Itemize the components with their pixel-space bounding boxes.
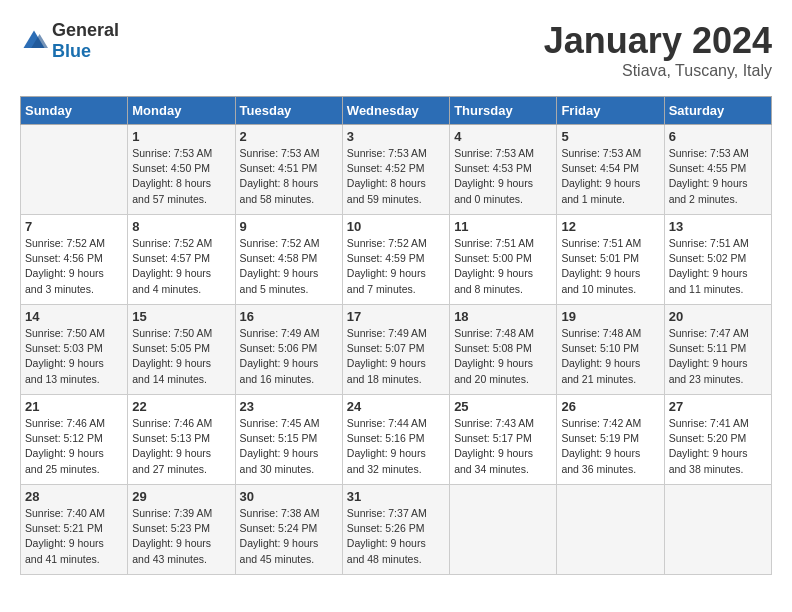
header-row: SundayMondayTuesdayWednesdayThursdayFrid… (21, 97, 772, 125)
day-info: Sunrise: 7:42 AMSunset: 5:19 PMDaylight:… (561, 416, 659, 477)
day-number: 19 (561, 309, 659, 324)
day-cell: 28Sunrise: 7:40 AMSunset: 5:21 PMDayligh… (21, 485, 128, 575)
day-info: Sunrise: 7:50 AMSunset: 5:03 PMDaylight:… (25, 326, 123, 387)
day-cell: 6Sunrise: 7:53 AMSunset: 4:55 PMDaylight… (664, 125, 771, 215)
day-info: Sunrise: 7:53 AMSunset: 4:52 PMDaylight:… (347, 146, 445, 207)
day-cell: 26Sunrise: 7:42 AMSunset: 5:19 PMDayligh… (557, 395, 664, 485)
day-cell: 16Sunrise: 7:49 AMSunset: 5:06 PMDayligh… (235, 305, 342, 395)
day-number: 6 (669, 129, 767, 144)
day-number: 18 (454, 309, 552, 324)
header: General Blue January 2024 Stiava, Tuscan… (20, 20, 772, 80)
day-number: 22 (132, 399, 230, 414)
week-row-3: 21Sunrise: 7:46 AMSunset: 5:12 PMDayligh… (21, 395, 772, 485)
day-info: Sunrise: 7:37 AMSunset: 5:26 PMDaylight:… (347, 506, 445, 567)
day-info: Sunrise: 7:41 AMSunset: 5:20 PMDaylight:… (669, 416, 767, 477)
day-cell: 23Sunrise: 7:45 AMSunset: 5:15 PMDayligh… (235, 395, 342, 485)
day-number: 13 (669, 219, 767, 234)
day-cell: 31Sunrise: 7:37 AMSunset: 5:26 PMDayligh… (342, 485, 449, 575)
day-cell: 10Sunrise: 7:52 AMSunset: 4:59 PMDayligh… (342, 215, 449, 305)
day-info: Sunrise: 7:53 AMSunset: 4:50 PMDaylight:… (132, 146, 230, 207)
day-number: 31 (347, 489, 445, 504)
logo-blue: Blue (52, 41, 91, 61)
day-number: 5 (561, 129, 659, 144)
day-info: Sunrise: 7:53 AMSunset: 4:53 PMDaylight:… (454, 146, 552, 207)
day-number: 10 (347, 219, 445, 234)
day-cell: 9Sunrise: 7:52 AMSunset: 4:58 PMDaylight… (235, 215, 342, 305)
day-info: Sunrise: 7:51 AMSunset: 5:01 PMDaylight:… (561, 236, 659, 297)
header-tuesday: Tuesday (235, 97, 342, 125)
day-cell: 8Sunrise: 7:52 AMSunset: 4:57 PMDaylight… (128, 215, 235, 305)
header-saturday: Saturday (664, 97, 771, 125)
calendar-table: SundayMondayTuesdayWednesdayThursdayFrid… (20, 96, 772, 575)
day-info: Sunrise: 7:48 AMSunset: 5:08 PMDaylight:… (454, 326, 552, 387)
day-cell: 19Sunrise: 7:48 AMSunset: 5:10 PMDayligh… (557, 305, 664, 395)
day-number: 12 (561, 219, 659, 234)
day-info: Sunrise: 7:52 AMSunset: 4:57 PMDaylight:… (132, 236, 230, 297)
week-row-0: 1Sunrise: 7:53 AMSunset: 4:50 PMDaylight… (21, 125, 772, 215)
day-info: Sunrise: 7:52 AMSunset: 4:56 PMDaylight:… (25, 236, 123, 297)
logo-general: General (52, 20, 119, 40)
day-number: 24 (347, 399, 445, 414)
day-number: 20 (669, 309, 767, 324)
day-number: 8 (132, 219, 230, 234)
day-number: 14 (25, 309, 123, 324)
day-info: Sunrise: 7:46 AMSunset: 5:13 PMDaylight:… (132, 416, 230, 477)
day-cell: 27Sunrise: 7:41 AMSunset: 5:20 PMDayligh… (664, 395, 771, 485)
day-cell (557, 485, 664, 575)
day-number: 7 (25, 219, 123, 234)
day-cell (664, 485, 771, 575)
logo-icon (20, 27, 48, 55)
day-info: Sunrise: 7:53 AMSunset: 4:51 PMDaylight:… (240, 146, 338, 207)
day-number: 1 (132, 129, 230, 144)
day-cell (21, 125, 128, 215)
day-info: Sunrise: 7:52 AMSunset: 4:58 PMDaylight:… (240, 236, 338, 297)
header-monday: Monday (128, 97, 235, 125)
day-info: Sunrise: 7:40 AMSunset: 5:21 PMDaylight:… (25, 506, 123, 567)
day-number: 25 (454, 399, 552, 414)
day-cell: 17Sunrise: 7:49 AMSunset: 5:07 PMDayligh… (342, 305, 449, 395)
day-cell: 30Sunrise: 7:38 AMSunset: 5:24 PMDayligh… (235, 485, 342, 575)
day-number: 11 (454, 219, 552, 234)
day-info: Sunrise: 7:51 AMSunset: 5:00 PMDaylight:… (454, 236, 552, 297)
day-info: Sunrise: 7:50 AMSunset: 5:05 PMDaylight:… (132, 326, 230, 387)
day-cell: 3Sunrise: 7:53 AMSunset: 4:52 PMDaylight… (342, 125, 449, 215)
day-number: 4 (454, 129, 552, 144)
day-info: Sunrise: 7:53 AMSunset: 4:54 PMDaylight:… (561, 146, 659, 207)
header-sunday: Sunday (21, 97, 128, 125)
week-row-2: 14Sunrise: 7:50 AMSunset: 5:03 PMDayligh… (21, 305, 772, 395)
day-cell: 7Sunrise: 7:52 AMSunset: 4:56 PMDaylight… (21, 215, 128, 305)
calendar-subtitle: Stiava, Tuscany, Italy (544, 62, 772, 80)
day-number: 2 (240, 129, 338, 144)
day-number: 21 (25, 399, 123, 414)
day-number: 29 (132, 489, 230, 504)
day-cell: 14Sunrise: 7:50 AMSunset: 5:03 PMDayligh… (21, 305, 128, 395)
day-cell (450, 485, 557, 575)
day-info: Sunrise: 7:38 AMSunset: 5:24 PMDaylight:… (240, 506, 338, 567)
logo: General Blue (20, 20, 119, 62)
day-cell: 13Sunrise: 7:51 AMSunset: 5:02 PMDayligh… (664, 215, 771, 305)
header-friday: Friday (557, 97, 664, 125)
day-cell: 20Sunrise: 7:47 AMSunset: 5:11 PMDayligh… (664, 305, 771, 395)
day-cell: 1Sunrise: 7:53 AMSunset: 4:50 PMDaylight… (128, 125, 235, 215)
day-info: Sunrise: 7:52 AMSunset: 4:59 PMDaylight:… (347, 236, 445, 297)
day-number: 3 (347, 129, 445, 144)
day-number: 17 (347, 309, 445, 324)
day-number: 9 (240, 219, 338, 234)
week-row-4: 28Sunrise: 7:40 AMSunset: 5:21 PMDayligh… (21, 485, 772, 575)
calendar-title: January 2024 (544, 20, 772, 62)
day-info: Sunrise: 7:51 AMSunset: 5:02 PMDaylight:… (669, 236, 767, 297)
day-cell: 4Sunrise: 7:53 AMSunset: 4:53 PMDaylight… (450, 125, 557, 215)
day-cell: 2Sunrise: 7:53 AMSunset: 4:51 PMDaylight… (235, 125, 342, 215)
day-info: Sunrise: 7:46 AMSunset: 5:12 PMDaylight:… (25, 416, 123, 477)
day-info: Sunrise: 7:48 AMSunset: 5:10 PMDaylight:… (561, 326, 659, 387)
week-row-1: 7Sunrise: 7:52 AMSunset: 4:56 PMDaylight… (21, 215, 772, 305)
header-thursday: Thursday (450, 97, 557, 125)
day-cell: 21Sunrise: 7:46 AMSunset: 5:12 PMDayligh… (21, 395, 128, 485)
logo-text: General Blue (52, 20, 119, 62)
day-cell: 11Sunrise: 7:51 AMSunset: 5:00 PMDayligh… (450, 215, 557, 305)
day-info: Sunrise: 7:39 AMSunset: 5:23 PMDaylight:… (132, 506, 230, 567)
title-area: January 2024 Stiava, Tuscany, Italy (544, 20, 772, 80)
day-cell: 25Sunrise: 7:43 AMSunset: 5:17 PMDayligh… (450, 395, 557, 485)
day-info: Sunrise: 7:43 AMSunset: 5:17 PMDaylight:… (454, 416, 552, 477)
day-cell: 22Sunrise: 7:46 AMSunset: 5:13 PMDayligh… (128, 395, 235, 485)
